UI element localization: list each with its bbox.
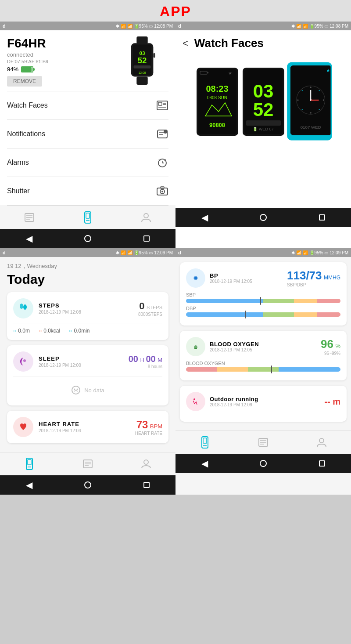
status-right-4: ✱ 📶 📶 🔋95% ▭ 12:09 PM [291,250,348,255]
status-left-2: d [178,23,181,29]
heart-title: HEART RATE [39,421,130,427]
outdoor-icon [186,392,205,411]
sleep-icon [13,351,33,372]
status-bar-4: d ✱ 📶 📶 🔋95% ▭ 12:09 PM [176,248,351,257]
svg-point-79 [144,460,148,464]
watch-face-3[interactable]: ★ 0 [287,62,332,140]
svg-point-68 [23,359,26,362]
steps-duration: ○ 0.0min [69,328,90,334]
svg-text:0808  SUN: 0808 SUN [207,95,227,100]
oxygen-value: 96 [321,337,333,351]
menu-item-shutter[interactable]: Shutter [0,177,176,205]
steps-title: STEPS [39,302,133,309]
watch-faces-icon [156,99,168,112]
nav-item-profile-3[interactable] [136,457,156,471]
nav-item-list-3[interactable] [78,457,97,471]
steps-card: STEPS 2018-12-19 PM 12:08 0 STEPS 8000ST… [7,292,168,340]
status-right-2: ✱ 📶 📶 🔋95% ▭ 12:08 PM [291,24,348,29]
svg-point-85 [193,398,195,400]
sleep-value-group: 00 H 00 M 8 hours [129,354,162,369]
svg-point-71 [77,389,78,390]
nav-item-profile[interactable] [136,210,156,224]
nav-back-3[interactable]: ◀ [26,480,32,490]
svg-point-94 [319,438,324,443]
oxygen-title: BLOOD OXYGEN [210,341,316,347]
back-button[interactable]: < [183,38,188,49]
outdoor-card: Outdoor running 2018-12-19 PM 12:09 -- m [180,386,347,422]
svg-point-69 [72,386,80,394]
svg-text:90808: 90808 [209,122,225,128]
nav-home-4[interactable] [260,460,267,467]
health-panel: d ✱ 📶 📶 🔋95% ▭ 12:09 PM [176,248,351,495]
menu-item-notifications[interactable]: Notifications ... [0,120,176,148]
watch-face-2-svg: 03 52 🔋 WED 07 [243,68,284,136]
sleep-h-label: H [140,357,146,363]
heart-icon [13,417,33,437]
menu-item-alarms[interactable]: Alarms [0,148,176,177]
oxygen-info: BLOOD OXYGEN 2018-12-19 PM 12:05 [210,341,316,352]
status-bar-1: d ✱ 📶 📶 🔋95% ▭ 12:08 PM [0,22,176,30]
android-bar-2: ◀ [176,208,351,227]
steps-value: 0 [139,300,144,311]
sbp-bar [186,299,340,303]
bp-value-group: 113/73 MMHG SBP/DBP [287,269,340,287]
oxygen-icon [186,337,205,356]
nav-back-1[interactable]: ◀ [26,233,32,244]
nav-item-list[interactable] [20,210,39,224]
sbp-bar-row: SBP [186,292,340,303]
sbp-label: SBP [186,292,340,297]
nav-back-2[interactable]: ◀ [201,212,208,223]
dbp-bar [186,312,340,317]
no-data-icon [71,385,81,395]
nav-recent-1[interactable] [143,235,150,242]
nav-item-device-4[interactable] [195,434,215,450]
svg-rect-32 [85,212,91,223]
status-bar-2: d ✱ 📶 📶 🔋95% ▭ 12:08 PM [176,22,351,30]
oxygen-bar [186,367,340,372]
svg-rect-49 [246,120,281,126]
status-right-1: ✱ 📶 📶 🔋95% ▭ 12:08 PM [116,24,173,29]
svg-point-35 [144,213,148,218]
oxygen-time: 2018-12-19 PM 12:05 [210,347,316,352]
svg-text:...: ... [164,131,166,134]
sbp-marker [260,297,261,305]
nav-item-device-3[interactable] [20,456,39,472]
nav-recent-2[interactable] [319,214,325,221]
bp-title: BP [210,272,283,279]
steps-stats: ○ 0.0m ○ 0.0kcal ○ 0.0min [13,328,162,334]
menu-item-watch-faces[interactable]: Watch Faces [0,91,176,119]
sleep-divider [13,376,162,376]
watch-faces-header: < Watch Faces [176,30,351,56]
svg-text:52: 52 [138,56,147,65]
svg-rect-7 [136,76,147,85]
nav-item-list-4[interactable] [254,435,273,449]
bp-unit: MMHG [324,275,340,281]
svg-text:52: 52 [253,99,273,120]
steps-unit: STEPS [147,305,162,310]
svg-text:★: ★ [326,68,330,73]
nav-item-device[interactable] [78,210,97,225]
remove-button[interactable]: REMOVE [7,76,42,87]
nav-home-1[interactable] [84,235,91,242]
bp-sub: SBP/DBP [287,282,340,287]
nav-item-profile-4[interactable] [312,435,331,449]
bottom-nav-3 [0,452,176,475]
watch-face-2[interactable]: 03 52 🔋 WED 07 [243,68,284,137]
outdoor-time: 2018-12-19 PM 12:09 [210,402,320,407]
device-info: F64HR connected DF:07:59:AF:81:B9 94% RE… [7,36,48,87]
watch-face-1[interactable]: ★ 08:23 0808 SUN 90808 [197,68,238,137]
nav-back-4[interactable]: ◀ [201,458,208,469]
steps-divider [13,323,162,323]
nav-recent-3[interactable] [143,482,150,488]
svg-text:🔋 WED 07: 🔋 WED 07 [253,127,273,132]
shutter-label: Shutter [7,187,30,195]
status-right-3: ✱ 📶 📶 🔋95% ▭ 12:09 PM [116,250,173,255]
nav-recent-4[interactable] [319,460,325,467]
sleep-goal: 8 hours [129,364,162,369]
today-section: 19 12，Wednesday Today STEPS 2018-12-19 P… [0,257,176,452]
oxygen-bar-label: BLOOD OXYGEN [186,361,340,366]
watch-faces-label: Watch Faces [7,101,48,109]
nav-home-2[interactable] [260,214,267,221]
nav-home-3[interactable] [84,481,91,488]
steps-info: STEPS 2018-12-19 PM 12:08 [39,302,133,315]
